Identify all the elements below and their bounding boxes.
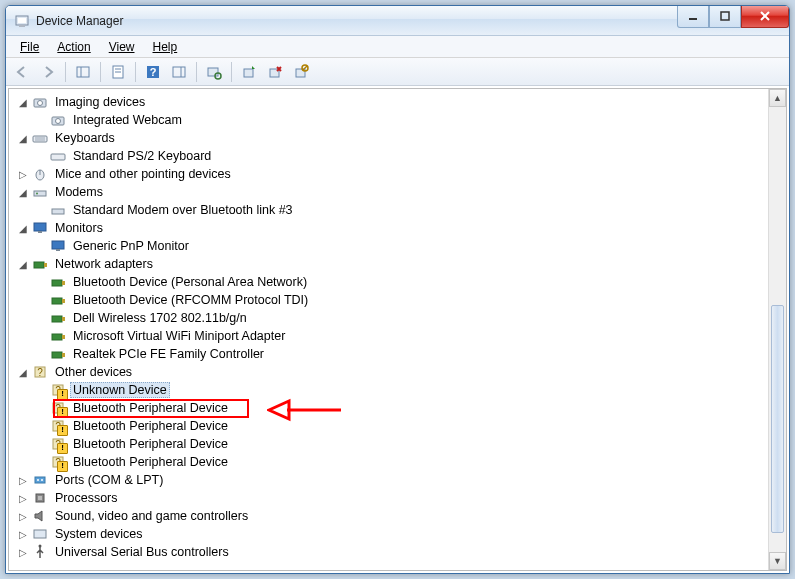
scan-hardware-button[interactable] [202,60,226,84]
tree-node-monitors[interactable]: ◢ Monitors [17,219,768,237]
scroll-down-button[interactable]: ▼ [769,552,786,570]
svg-rect-42 [52,298,62,304]
tree-node-bluetooth-peripheral[interactable]: ·?Bluetooth Peripheral Device [35,399,768,417]
svg-text:?: ? [55,385,61,396]
device-tree[interactable]: ◢ Imaging devices · Integrated Webcam [9,89,768,570]
menu-action[interactable]: Action [49,38,98,56]
svg-rect-38 [34,262,44,268]
collapse-icon[interactable]: ◢ [17,96,29,108]
tree-node-bluetooth-peripheral[interactable]: ·?Bluetooth Peripheral Device [35,435,768,453]
tree-node-network-child[interactable]: ·Microsoft Virtual WiFi Miniport Adapter [35,327,768,345]
ports-icon [32,472,48,488]
webcam-icon [50,112,66,128]
tree-label: Generic PnP Monitor [70,238,192,254]
monitor-icon [50,238,66,254]
expand-icon[interactable]: ▷ [17,528,29,540]
modem-icon [32,184,48,200]
collapse-icon[interactable]: ◢ [17,186,29,198]
tree-node-bluetooth-peripheral[interactable]: ·?Bluetooth Peripheral Device [35,453,768,471]
tree-node-bluetooth-peripheral[interactable]: ·?Bluetooth Peripheral Device [35,417,768,435]
tree-label: Other devices [52,364,135,380]
tree-node-mice[interactable]: ▷ Mice and other pointing devices [17,165,768,183]
expand-icon[interactable]: ▷ [17,546,29,558]
tree-node-network-child[interactable]: ·Bluetooth Device (Personal Area Network… [35,273,768,291]
vertical-scrollbar[interactable]: ▲ ▼ [768,89,786,570]
tree-node-processors[interactable]: ▷ Processors [17,489,768,507]
svg-rect-37 [56,249,60,251]
collapse-icon[interactable]: ◢ [17,366,29,378]
collapse-icon[interactable]: ◢ [17,258,29,270]
expand-icon[interactable]: ▷ [17,474,29,486]
unknown-device-icon: ? [50,400,66,416]
tree-label: Universal Serial Bus controllers [52,544,232,560]
tree-node-unknown-device[interactable]: ·?Unknown Device [35,381,768,399]
svg-rect-45 [62,317,65,321]
tree-node-bluetooth-modem[interactable]: · Standard Modem over Bluetooth link #3 [35,201,768,219]
show-hide-console-tree-button[interactable] [71,60,95,84]
tree-node-network-adapters[interactable]: ◢ Network adapters [17,255,768,273]
tree-node-usb[interactable]: ▷ Universal Serial Bus controllers [17,543,768,561]
maximize-button[interactable] [709,6,741,28]
svg-rect-62 [35,477,45,483]
svg-text:?: ? [55,439,61,450]
svg-text:?: ? [55,421,61,432]
tree-node-modems[interactable]: ◢ Modems [17,183,768,201]
svg-rect-5 [77,67,89,77]
tree-node-ports[interactable]: ▷ Ports (COM & LPT) [17,471,768,489]
svg-text:?: ? [55,403,61,414]
svg-point-64 [41,479,43,481]
menu-file[interactable]: File [12,38,47,56]
scroll-thumb[interactable] [771,305,784,533]
network-adapter-icon [50,274,66,290]
tree-node-network-child[interactable]: ·Bluetooth Device (RFCOMM Protocol TDI) [35,291,768,309]
forward-button[interactable] [36,60,60,84]
back-button[interactable] [10,60,34,84]
svg-rect-2 [19,25,25,27]
properties-button[interactable] [106,60,130,84]
collapse-icon[interactable]: ◢ [17,132,29,144]
tree-node-network-child[interactable]: ·Realtek PCIe FE Family Controller [35,345,768,363]
menu-help[interactable]: Help [145,38,186,56]
svg-point-32 [36,193,38,195]
network-adapter-icon [50,346,66,362]
toolbar-separator [196,62,197,82]
svg-rect-34 [34,223,46,231]
tree-label: Mice and other pointing devices [52,166,234,182]
titlebar[interactable]: Device Manager [6,6,789,36]
update-driver-button[interactable] [237,60,261,84]
tree-node-system-devices[interactable]: ▷ System devices [17,525,768,543]
tree-node-other-devices[interactable]: ◢ ? Other devices [17,363,768,381]
tree-node-sound[interactable]: ▷ Sound, video and game controllers [17,507,768,525]
tree-node-network-child[interactable]: ·Dell Wireless 1702 802.11b/g/n [35,309,768,327]
tree-node-integrated-webcam[interactable]: · Integrated Webcam [35,111,768,129]
tree-label: Standard PS/2 Keyboard [70,148,214,164]
svg-rect-3 [689,18,697,20]
toolbar-separator [100,62,101,82]
uninstall-button[interactable] [263,60,287,84]
tree-label: Realtek PCIe FE Family Controller [70,346,267,362]
tree-node-standard-keyboard[interactable]: · Standard PS/2 Keyboard [35,147,768,165]
tree-node-keyboards[interactable]: ◢ Keyboards [17,129,768,147]
expand-icon[interactable]: ▷ [17,510,29,522]
app-icon [14,13,30,29]
help-button[interactable]: ? [141,60,165,84]
tree-label: Ports (COM & LPT) [52,472,166,488]
tree-label: Microsoft Virtual WiFi Miniport Adapter [70,328,288,344]
toolbar: ? [6,58,789,86]
tree-node-imaging-devices[interactable]: ◢ Imaging devices [17,93,768,111]
system-devices-icon [32,526,48,542]
collapse-icon[interactable]: ◢ [17,222,29,234]
sound-icon [32,508,48,524]
menu-view[interactable]: View [101,38,143,56]
expand-icon[interactable]: ▷ [17,492,29,504]
svg-rect-40 [52,280,62,286]
minimize-button[interactable] [677,6,709,28]
close-button[interactable] [741,6,789,28]
action-pane-button[interactable] [167,60,191,84]
tree-node-generic-monitor[interactable]: · Generic PnP Monitor [35,237,768,255]
tree-label: Standard Modem over Bluetooth link #3 [70,202,296,218]
disable-button[interactable] [289,60,313,84]
network-adapter-icon [50,328,66,344]
expand-icon[interactable]: ▷ [17,168,29,180]
scroll-up-button[interactable]: ▲ [769,89,786,107]
